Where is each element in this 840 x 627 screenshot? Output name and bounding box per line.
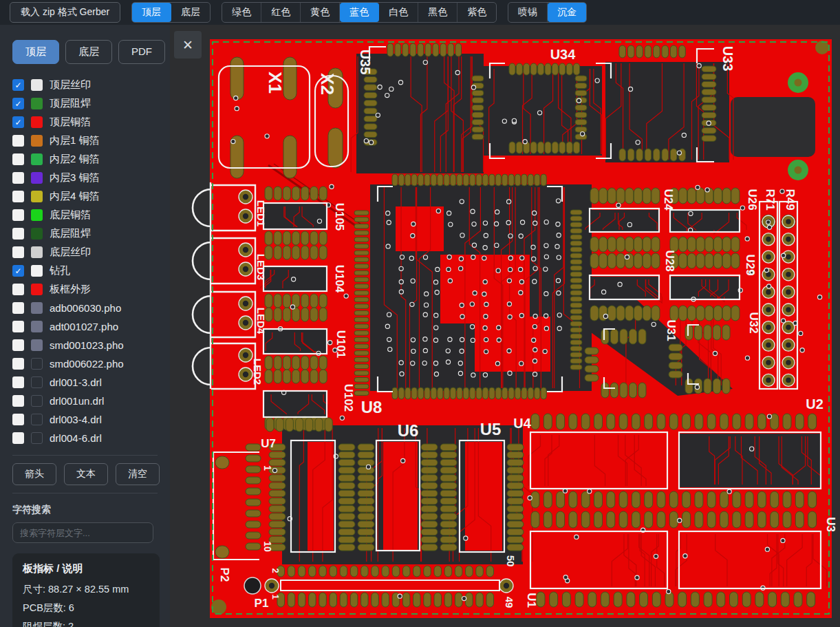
surface-finish-button[interactable]: 喷锡 xyxy=(508,3,548,22)
layer-row: 底层阻焊 xyxy=(12,224,170,243)
board-color-button[interactable]: 黑色 xyxy=(418,3,457,22)
tool-button-箭头[interactable]: 箭头 xyxy=(12,463,56,485)
layer-checkbox[interactable] xyxy=(12,284,24,295)
board-info-rows: 尺寸: 88.27 × 82.55 mmPCB层数: 6阻焊层数: 2字符层数:… xyxy=(23,583,160,627)
svg-text:U34: U34 xyxy=(550,47,577,62)
top-toolbar: 载入 zip 格式 Gerber 顶层底层 绿色红色黄色蓝色白色黑色紫色 喷锡沉… xyxy=(0,0,840,25)
layer-checkbox[interactable] xyxy=(12,246,24,258)
svg-text:U102: U102 xyxy=(342,384,355,412)
search-input[interactable] xyxy=(12,522,153,543)
layer-color-swatch xyxy=(31,246,43,258)
layer-label: 底层铜箔 xyxy=(50,209,91,222)
layer-label: 板框外形 xyxy=(50,283,91,296)
layer-checkbox[interactable]: ✓ xyxy=(12,116,24,128)
layer-checkbox[interactable] xyxy=(12,228,24,240)
layer-checkbox[interactable] xyxy=(12,172,24,184)
layer-row: 底层丝印 xyxy=(12,243,170,262)
tab-PDF[interactable]: PDF xyxy=(118,40,165,64)
layer-checkbox[interactable]: ✓ xyxy=(12,79,24,91)
svg-text:U7: U7 xyxy=(261,437,276,450)
board-color-button[interactable]: 白色 xyxy=(379,3,418,22)
layer-row: 内层2 铜箔 xyxy=(12,150,170,169)
svg-text:2: 2 xyxy=(270,568,281,573)
layer-checkbox[interactable] xyxy=(12,358,24,370)
tool-button-文本[interactable]: 文本 xyxy=(64,463,108,485)
layer-label: 底层阻焊 xyxy=(50,227,91,240)
board-color-button[interactable]: 紫色 xyxy=(457,3,496,22)
layer-label: adt001027.pho xyxy=(50,321,118,332)
layer-color-swatch xyxy=(31,79,43,91)
layer-checkbox[interactable] xyxy=(12,302,24,314)
layer-side-button[interactable]: 底层 xyxy=(171,3,210,22)
layer-label: drl001-3.drl xyxy=(50,376,102,388)
svg-text:1: 1 xyxy=(262,465,273,471)
tool-button-清空[interactable]: 清空 xyxy=(116,463,160,485)
layer-checkbox[interactable] xyxy=(12,153,24,165)
svg-text:U29: U29 xyxy=(744,254,757,275)
layer-color-swatch xyxy=(31,376,43,388)
layer-checkbox[interactable] xyxy=(12,321,24,332)
board-color-button[interactable]: 蓝色 xyxy=(340,3,379,22)
layer-list: ✓顶层丝印✓顶层阻焊✓顶层铜箔内层1 铜箔内层2 铜箔内层3 铜箔内层4 铜箔底… xyxy=(12,76,170,447)
layer-checkbox[interactable]: ✓ xyxy=(12,98,24,109)
layer-checkbox[interactable] xyxy=(12,135,24,147)
board-color-button[interactable]: 绿色 xyxy=(222,3,261,22)
load-gerber-button[interactable]: 载入 zip 格式 Gerber xyxy=(10,2,120,23)
board-color-button[interactable]: 红色 xyxy=(261,3,301,22)
surface-finish-button[interactable]: 沉金 xyxy=(548,3,586,22)
divider xyxy=(12,455,158,456)
layer-label: 钻孔 xyxy=(50,264,70,277)
layer-side-button[interactable]: 顶层 xyxy=(132,3,171,22)
layer-row: 内层3 铜箔 xyxy=(12,169,170,187)
layer-label: 内层4 铜箔 xyxy=(50,190,100,203)
layer-label: drl003-4.drl xyxy=(50,414,102,425)
layer-color-swatch xyxy=(31,432,43,444)
sidebar: 顶层底层PDF ✓顶层丝印✓顶层阻焊✓顶层铜箔内层1 铜箔内层2 铜箔内层3 铜… xyxy=(0,25,170,627)
layer-row: drl003-4.drl xyxy=(12,410,170,429)
layer-color-swatch xyxy=(31,414,43,425)
layer-row: ✓顶层铜箔 xyxy=(12,113,170,131)
layer-label: 内层1 铜箔 xyxy=(50,134,100,147)
layer-label: 内层3 铜箔 xyxy=(50,171,100,184)
layer-row: drl004-6.drl xyxy=(12,429,170,447)
layer-checkbox[interactable] xyxy=(12,432,24,444)
board-info-row: 尺寸: 88.27 × 82.55 mm xyxy=(23,583,160,596)
layer-checkbox[interactable] xyxy=(12,414,24,425)
svg-text:U3: U3 xyxy=(824,517,837,532)
layer-color-swatch xyxy=(31,228,43,240)
layer-label: adb006030.pho xyxy=(50,302,121,314)
layer-checkbox[interactable] xyxy=(12,395,24,407)
board-color-group: 绿色红色黄色蓝色白色黑色紫色 xyxy=(222,2,497,23)
tab-底层[interactable]: 底层 xyxy=(65,40,112,64)
layer-checkbox[interactable] xyxy=(12,191,24,202)
layer-color-swatch xyxy=(31,395,43,407)
sidebar-tabs: 顶层底层PDF xyxy=(12,40,170,64)
svg-text:U6: U6 xyxy=(398,421,419,440)
search-section-label: 字符搜索 xyxy=(12,504,170,516)
layer-row: 底层铜箔 xyxy=(12,206,170,224)
layer-checkbox[interactable]: ✓ xyxy=(12,265,24,277)
layer-checkbox[interactable] xyxy=(12,209,24,221)
gerber-viewer-app: { "colors": { "accent": "#1d87e8", "tab_… xyxy=(0,0,840,627)
layer-row: smd001023.pho xyxy=(12,336,170,354)
layer-row: smd006022.pho xyxy=(12,354,170,373)
layer-label: 底层丝印 xyxy=(50,246,91,259)
layer-row: 内层1 铜箔 xyxy=(12,131,170,150)
svg-text:R49: R49 xyxy=(784,189,797,210)
svg-text:U32: U32 xyxy=(747,312,760,333)
layer-checkbox[interactable] xyxy=(12,339,24,351)
board-color-button[interactable]: 黄色 xyxy=(301,3,340,22)
layer-row: ✓顶层阻焊 xyxy=(12,94,170,113)
svg-text:U28: U28 xyxy=(663,250,676,271)
layer-row: ✓顶层丝印 xyxy=(12,76,170,94)
svg-text:10: 10 xyxy=(262,541,273,552)
close-icon[interactable]: ✕ xyxy=(174,31,202,59)
layer-color-swatch xyxy=(31,135,43,147)
pcb-viewer[interactable]: ✕ X1X2U35U34U33LED1LED3LED4LED2U105U104U… xyxy=(170,25,840,627)
svg-text:U35: U35 xyxy=(358,50,373,75)
layer-checkbox[interactable] xyxy=(12,376,24,388)
svg-text:50: 50 xyxy=(505,555,517,567)
layer-color-swatch xyxy=(31,209,43,221)
tab-顶层[interactable]: 顶层 xyxy=(12,40,59,64)
pcb-canvas[interactable]: X1X2U35U34U33LED1LED3LED4LED2U105U104U10… xyxy=(170,25,840,627)
